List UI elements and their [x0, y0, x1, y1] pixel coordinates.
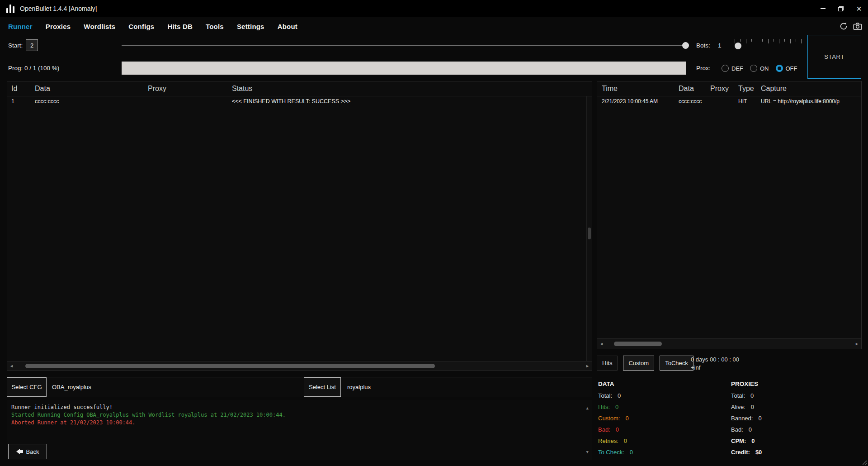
- results-panel: IdDataProxyStatus 1cccc:cccc<<< FINISHED…: [7, 81, 592, 371]
- results-horizontal-scrollbar[interactable]: ◄ ►: [7, 361, 592, 371]
- column-header-capture[interactable]: Capture: [761, 85, 861, 93]
- table-row[interactable]: 2/21/2023 10:00:45 AMcccc:ccccHITURL = h…: [597, 96, 861, 106]
- tab-hits[interactable]: Hits: [597, 356, 618, 371]
- log-lines: Runner initialized succesfully!Started R…: [11, 404, 588, 427]
- radio-icon: [750, 65, 757, 72]
- menu-items: RunnerProxiesWordlistsConfigsHits DBTool…: [0, 23, 297, 30]
- bots-slider-ticks: [735, 39, 802, 44]
- menubar: RunnerProxiesWordlistsConfigsHits DBTool…: [0, 17, 868, 35]
- radio-icon: [722, 65, 729, 72]
- prox-option-def[interactable]: DEF: [722, 65, 743, 72]
- table-cell: cccc:cccc: [679, 98, 710, 105]
- start-button[interactable]: START: [807, 35, 861, 79]
- back-button-label: Back: [26, 448, 39, 455]
- config-bar: Select CFG OBA_royalplus Select List roy…: [7, 377, 592, 397]
- menu-item-settings[interactable]: Settings: [237, 23, 264, 30]
- prox-option-on[interactable]: ON: [750, 65, 769, 72]
- hits-panel: TimeDataProxyTypeCapture 2/21/2023 10:00…: [597, 81, 862, 349]
- scroll-left-icon[interactable]: ◄: [9, 361, 14, 371]
- proxies-stats: PROXIESTotal:0Alive:0Banned:0Bad:0CPM:0C…: [731, 378, 862, 458]
- history-icon[interactable]: [839, 21, 849, 31]
- table-cell: 2/21/2023 10:00:45 AM: [602, 98, 679, 105]
- column-header-proxy[interactable]: Proxy: [148, 85, 232, 93]
- log-line: Runner initialized succesfully!: [11, 404, 588, 411]
- menu-item-tools[interactable]: Tools: [206, 23, 224, 30]
- column-header-status[interactable]: Status: [232, 85, 592, 93]
- scrollbar-thumb[interactable]: [588, 228, 591, 239]
- bots-slider-handle[interactable]: [735, 43, 741, 49]
- timer-block: 0 days 00 : 00 : 00 +inf: [691, 356, 739, 371]
- log-line: Started Running Config OBA_royalplus wit…: [11, 411, 588, 419]
- maximize-icon[interactable]: [832, 0, 850, 17]
- table-cell: HIT: [738, 98, 761, 105]
- scrollbar-thumb[interactable]: [25, 364, 435, 368]
- results-header-row: IdDataProxyStatus: [7, 81, 592, 96]
- prox-option-off[interactable]: OFF: [776, 65, 797, 72]
- tab-custom[interactable]: Custom: [623, 356, 654, 371]
- config-name: OBA_royalplus: [52, 377, 91, 397]
- scrollbar-thumb[interactable]: [614, 342, 662, 346]
- hits-tabs: HitsCustomToCheck 0 days 00 : 00 : 00 +i…: [597, 356, 862, 375]
- hits-body: 2/21/2023 10:00:45 AMcccc:ccccHITURL = h…: [597, 96, 861, 339]
- scroll-down-icon[interactable]: ▼: [586, 448, 589, 456]
- start-label: Start:: [8, 40, 23, 52]
- column-header-id[interactable]: Id: [11, 85, 35, 93]
- camera-icon[interactable]: [853, 21, 863, 31]
- menu-item-wordlists[interactable]: Wordlists: [84, 23, 115, 30]
- stat-alive: Alive:0: [731, 401, 862, 413]
- column-header-data[interactable]: Data: [35, 85, 148, 93]
- stat-retries: Retries:0: [598, 435, 725, 447]
- stat-bad: Bad:0: [731, 424, 862, 435]
- progress-label: Prog: 0 / 1 (100 %): [8, 62, 59, 75]
- stat-credit: Credit:$0: [731, 447, 862, 458]
- select-cfg-button[interactable]: Select CFG: [7, 377, 47, 397]
- minimize-icon[interactable]: [814, 0, 832, 17]
- menu-item-configs[interactable]: Configs: [128, 23, 154, 30]
- stat-custom: Custom:0: [598, 413, 725, 424]
- column-header-proxy[interactable]: Proxy: [710, 85, 738, 93]
- table-row[interactable]: 1cccc:cccc<<< FINISHED WITH RESULT: SUCC…: [7, 96, 587, 106]
- close-icon[interactable]: ×: [850, 0, 868, 17]
- menu-item-about[interactable]: About: [278, 23, 297, 30]
- scroll-left-icon[interactable]: ◄: [599, 339, 604, 349]
- column-header-time[interactable]: Time: [602, 85, 679, 93]
- scroll-up-icon[interactable]: ▲: [586, 404, 589, 412]
- stats-title: DATA: [598, 378, 725, 390]
- stat-hits: Hits:0: [598, 401, 725, 413]
- column-header-type[interactable]: Type: [738, 85, 761, 93]
- radio-icon: [776, 65, 783, 72]
- openbullet-window: OpenBullet 1.4.4 [Anomaly] × RunnerProxi…: [0, 0, 868, 466]
- stat-cpm: CPM:0: [731, 435, 862, 447]
- start-slider[interactable]: [122, 42, 689, 49]
- hits-header-row: TimeDataProxyTypeCapture: [597, 81, 861, 96]
- back-button[interactable]: Back: [8, 444, 47, 459]
- bots-value: 1: [718, 40, 722, 52]
- menu-icons: [839, 21, 863, 31]
- menu-item-hits-db[interactable]: Hits DB: [167, 23, 193, 30]
- menu-item-proxies[interactable]: Proxies: [46, 23, 71, 30]
- stat-tocheck: To Check:0: [598, 447, 725, 458]
- window-controls: ×: [814, 0, 868, 17]
- results-vertical-scrollbar[interactable]: [586, 96, 592, 361]
- bots-slider[interactable]: [735, 39, 802, 52]
- window-title: OpenBullet 1.4.4 [Anomaly]: [20, 5, 97, 12]
- menu-item-runner[interactable]: Runner: [8, 23, 33, 30]
- tab-tocheck[interactable]: ToCheck: [660, 356, 693, 371]
- stat-bad: Bad:0: [598, 424, 725, 435]
- hits-horizontal-scrollbar[interactable]: ◄ ►: [597, 338, 861, 349]
- runner-log: Runner initialized succesfully!Started R…: [7, 400, 592, 460]
- radio-label: DEF: [731, 65, 743, 72]
- column-header-data[interactable]: Data: [679, 85, 710, 93]
- stat-banned: Banned:0: [731, 413, 862, 424]
- select-list-button[interactable]: Select List: [304, 377, 341, 397]
- start-input[interactable]: [26, 39, 38, 51]
- stats-title: PROXIES: [731, 378, 862, 390]
- start-slider-handle[interactable]: [682, 42, 689, 49]
- scroll-right-icon[interactable]: ►: [855, 339, 859, 349]
- cpm-cap-label: +inf: [691, 364, 739, 371]
- resize-grip[interactable]: [861, 459, 867, 465]
- radio-label: ON: [760, 65, 769, 72]
- scroll-right-icon[interactable]: ►: [585, 361, 590, 371]
- table-cell: 1: [11, 98, 35, 105]
- data-stats: DATATotal:0Hits:0Custom:0Bad:0Retries:0T…: [598, 378, 725, 458]
